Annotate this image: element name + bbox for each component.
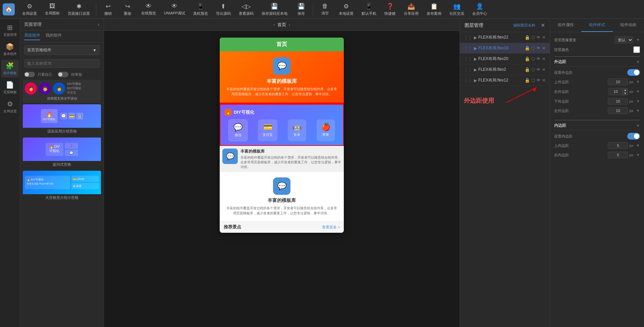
- sidebar-item-component-templates[interactable]: 🧩 组件模板: [1, 60, 19, 77]
- toolbar-community[interactable]: 👥 社区交流: [446, 1, 468, 17]
- toolbar-real-preview[interactable]: 📱 真机预览: [190, 1, 211, 17]
- outer-margin-chevron[interactable]: ▼: [636, 60, 640, 64]
- left-outer-margin-input[interactable]: [608, 107, 628, 114]
- toolbar-shortcuts[interactable]: ❓ 快捷键: [381, 1, 399, 17]
- component-category-dropdown[interactable]: 首页宫格组件 ▼: [24, 45, 100, 55]
- app-intro-component[interactable]: 🔥 DIY可视化 💬 💳 🤖 适应应用介绍宫格: [23, 104, 101, 135]
- right-outer-margin-unit-chevron[interactable]: ▼: [636, 89, 640, 94]
- top-outer-margin-unit-chevron[interactable]: ▼: [636, 79, 640, 84]
- inner-top-padding-input[interactable]: [608, 142, 628, 149]
- layer-eye-icon-12[interactable]: 👁: [536, 78, 541, 83]
- toolbar-default-phone[interactable]: 📱 默认手机: [358, 1, 380, 17]
- teachers-component[interactable]: 👩 👨 👩 DIY可视化 DIY可视化 郑某某 讲师团支持水平滚动: [23, 80, 101, 103]
- bg-color-swatch[interactable]: [633, 46, 640, 53]
- layer-delete-icon-19[interactable]: ✕: [542, 46, 546, 51]
- layer-expand-icon-19[interactable]: ▶: [474, 46, 477, 51]
- palace-intro-component[interactable]: 🔥 DIY可视化 快速生成版 Report新功能 💳32GB ⚙超速 大宫格里介…: [23, 171, 101, 201]
- only-mine-toggle[interactable]: [24, 72, 35, 77]
- layer-expand-icon-2[interactable]: ▶: [474, 67, 477, 72]
- layer-item-flex22[interactable]: ⋮⋮ ▶ FLEX布局:flex22 🔒 ⬡ 👁 ✕: [460, 32, 550, 43]
- sidebar-item-basic-components[interactable]: 📦 基本组件: [1, 41, 19, 58]
- spinner-down-btn[interactable]: ▼: [622, 92, 628, 95]
- card-section-2[interactable]: 💬 丰富的模板库 丰富的组件覆盖开发过程的各个需求，开发者可以随意组合组件库，众…: [220, 172, 344, 221]
- toolbar-save[interactable]: 💾 保存: [292, 1, 310, 17]
- layer-expand-icon[interactable]: ▶: [474, 35, 477, 40]
- recommend-more-btn[interactable]: 查看更多 >: [322, 225, 340, 230]
- toolbar-clear[interactable]: 🗑 清空: [316, 1, 334, 17]
- layer-copy-icon-20[interactable]: ⬡: [531, 56, 535, 61]
- layer-lock-icon[interactable]: 🔒: [525, 35, 530, 40]
- top-outer-margin-input[interactable]: [608, 78, 628, 85]
- layer-expand-icon-20[interactable]: ▶: [474, 57, 477, 61]
- toolbar-view-source[interactable]: ◁▷ 查看源码: [235, 1, 257, 17]
- layer-copy-icon-12[interactable]: ⬡: [531, 78, 535, 83]
- layer-copy-icon[interactable]: ⬡: [531, 35, 535, 40]
- spinner-up-btn[interactable]: ▲: [622, 88, 628, 92]
- inner-right-padding-chevron[interactable]: ▼: [636, 153, 640, 157]
- layer-delete-icon-20[interactable]: ✕: [542, 56, 546, 61]
- sidebar-item-global-settings[interactable]: ⚙ 全局设置: [1, 98, 19, 116]
- toolbar-member-center[interactable]: 👤 会员中心: [469, 1, 490, 17]
- phone-section-1[interactable]: 💬 丰富的模板库 丰富的组件覆盖开发过程的各个需求，开发者可以随意组合组件库、众…: [220, 51, 344, 103]
- layer-copy-icon-19[interactable]: ⬡: [531, 46, 535, 51]
- inner-padding-toggle[interactable]: [627, 133, 640, 140]
- layer-delete-icon-2[interactable]: ✕: [542, 67, 546, 72]
- layer-item-flex19[interactable]: ⋮⋮ ▶ FLEX布局:flex19 🔒 ⬡ 👁 ✕: [460, 43, 550, 54]
- toolbar-local-settings[interactable]: ⚙ 本地设置: [335, 1, 357, 17]
- inner-right-padding-input[interactable]: [608, 152, 628, 158]
- sidebar-item-page-templates[interactable]: 📄 页面模板: [1, 79, 19, 97]
- layer-lock-icon-20[interactable]: 🔒: [525, 56, 530, 61]
- toolbar-global-icons[interactable]: 🖼 全局图标: [42, 1, 63, 17]
- toolbar-save-local[interactable]: 💾 保存源码至本地: [258, 1, 291, 17]
- tab-component-style[interactable]: 组件样式: [581, 19, 612, 32]
- card-section-1[interactable]: 💬 丰富的模板库 丰富的组件覆盖开发过程的各个需求，开发者可以随意组合组件库、众…: [220, 146, 344, 172]
- layer-delete-icon[interactable]: ✕: [542, 35, 546, 40]
- pending-toggle[interactable]: [58, 72, 68, 77]
- layer-lock-icon-12[interactable]: 🔒: [525, 78, 530, 83]
- layer-close-btn[interactable]: ✕: [541, 22, 545, 29]
- sidebar-item-page-manage[interactable]: ⊞ 页面管理: [1, 21, 19, 39]
- toolbar-global-settings[interactable]: ⚙ 全局设置: [19, 1, 40, 17]
- toolbar-share-app[interactable]: 📤 分享应用: [400, 1, 422, 17]
- diy-icon-alipay[interactable]: 💳 支付宝: [258, 119, 277, 141]
- layer-item-flex20[interactable]: ⋮⋮ ▶ FLEX布局:flex20 🔒 ⬡ 👁 ✕: [460, 54, 550, 64]
- layer-eye-icon-20[interactable]: 👁: [536, 56, 541, 61]
- layer-edit-btn[interactable]: 编辑图层名称: [513, 23, 535, 28]
- layer-item-flex12[interactable]: ⋮⋮ ▶ FLEX布局:flex12 🔒 ⬡ 👁 ✕: [460, 75, 550, 86]
- layer-eye-icon-19[interactable]: 👁: [536, 46, 541, 51]
- diy-icon-wechat[interactable]: 💬 微信: [228, 119, 248, 141]
- inner-padding-chevron[interactable]: ▼: [636, 123, 640, 128]
- panel-close-btn[interactable]: ‹: [98, 21, 100, 28]
- toolbar-export-code[interactable]: ⬆ 导出源码: [213, 1, 234, 17]
- toolbar-uniapp-debug[interactable]: 👁 UNIAPP调试: [161, 1, 189, 17]
- recommend-section[interactable]: 推荐景点 查看更多 >: [220, 221, 344, 233]
- toolbar-page-interface[interactable]: ✱ 页面接口设置: [64, 1, 93, 17]
- diy-section-selected[interactable]: 🔥 DIY可视化 💬 微信 💳 支付宝 🤖: [220, 104, 344, 146]
- bottom-outer-margin-chevron[interactable]: ▼: [636, 99, 640, 104]
- toolbar-undo[interactable]: ↩ 撤销: [99, 1, 117, 17]
- selected-element-bar[interactable]: [220, 103, 344, 104]
- layer-item-flex2[interactable]: ⋮⋮ ▶ FLEX布局:flex2 🔒 ⬡ 👁 ✕: [460, 64, 550, 75]
- toolbar-online-preview[interactable]: 👁 在线预览: [138, 1, 159, 17]
- bg-image-repeat-select[interactable]: 默认: [614, 36, 633, 44]
- diy-icon-apple[interactable]: 🍎 苹果: [317, 119, 335, 141]
- tab-component-animation[interactable]: 组件动画: [613, 19, 644, 32]
- outer-margin-toggle[interactable]: [627, 69, 640, 76]
- component-search-input[interactable]: [24, 59, 100, 68]
- diy-icon-android[interactable]: 🤖 安卓: [288, 119, 306, 141]
- layer-lock-icon-19[interactable]: 🔒: [525, 46, 530, 51]
- layer-expand-icon-12[interactable]: ▶: [474, 78, 477, 83]
- inner-top-padding-chevron[interactable]: ▼: [636, 143, 640, 148]
- tab-component-props[interactable]: 组件属性: [550, 19, 581, 32]
- layer-delete-icon-12[interactable]: ✕: [542, 78, 546, 83]
- qa-component[interactable]: 🔥 DIY可视化 ❓ 💬 提问式宫格: [23, 138, 101, 168]
- canvas-nav-left[interactable]: ‹: [273, 22, 275, 27]
- toolbar-redo[interactable]: ↪ 重做: [118, 1, 137, 17]
- bottom-outer-margin-input[interactable]: [608, 98, 628, 105]
- tab-my-components[interactable]: 我的组件: [46, 33, 62, 40]
- tab-system-components[interactable]: 系统组件: [24, 33, 40, 40]
- layer-eye-icon[interactable]: 👁: [536, 35, 541, 40]
- layer-eye-icon-2[interactable]: 👁: [536, 67, 541, 72]
- layer-lock-icon-2[interactable]: 🔒: [525, 67, 530, 72]
- left-outer-margin-chevron[interactable]: ▼: [636, 108, 640, 113]
